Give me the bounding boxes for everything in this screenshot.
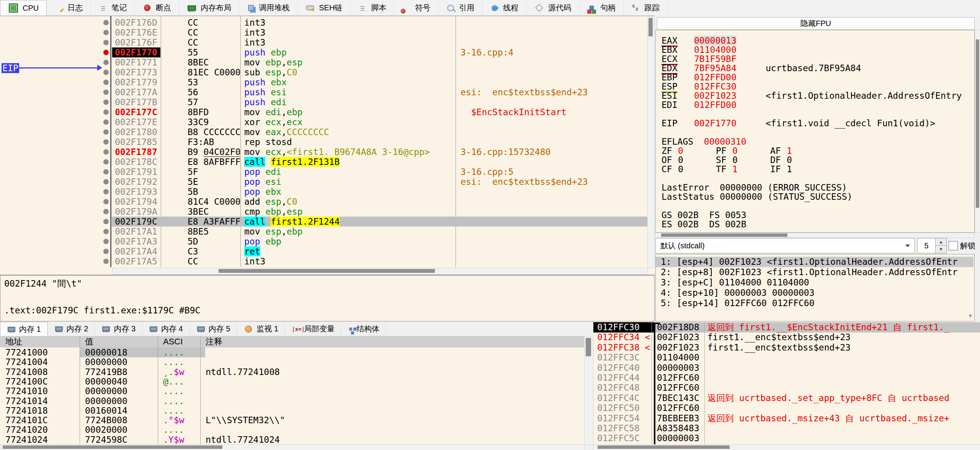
row-dot[interactable] xyxy=(103,90,109,95)
row-dot[interactable] xyxy=(103,80,109,85)
stack-arg-row[interactable]: 1: [esp+4] 002F1023 <first1.OptionalHead… xyxy=(656,257,973,267)
disasm-row[interactable]: 002F176ECCint3 xyxy=(0,28,655,38)
disasm-row[interactable]: 002F17A35Dpop ebp xyxy=(0,236,655,246)
disasm-row[interactable]: 002F178CE8 8AFBFFFFcall first1.2F131B xyxy=(0,157,655,167)
disasm-row[interactable]: 002F179CE8 A3FAFFFFcall first1.2F1244 xyxy=(0,217,655,227)
flag-value[interactable]: 1 xyxy=(787,164,825,174)
stack-arg-row[interactable]: 4: [esp+10] 00000003 00000003 xyxy=(656,288,973,298)
tab-内存-4[interactable]: 内存 4 xyxy=(142,322,190,336)
disasm-vscrollbar[interactable] xyxy=(647,16,655,268)
tab-局部变量[interactable]: 局部变量 xyxy=(285,322,341,336)
tab-内存布局[interactable]: 内存布局 xyxy=(179,0,239,16)
row-dot[interactable] xyxy=(103,119,109,125)
row-dot[interactable] xyxy=(103,209,109,214)
disasm-row[interactable]: 002F176FCCint3 xyxy=(0,38,655,47)
tab-脚本[interactable]: 脚本 xyxy=(350,0,394,16)
row-dot[interactable] xyxy=(103,149,109,155)
disasm-row[interactable]: 002F1780B8 CCCCCCCCmov eax,CCCCCCCC xyxy=(0,127,655,137)
dump-row[interactable]: 7724100000000018.... xyxy=(0,347,584,357)
dump-vscrollbar-thumb[interactable] xyxy=(586,338,591,356)
row-dot[interactable] xyxy=(103,219,109,224)
tab-跟踪[interactable]: 跟踪 xyxy=(624,0,668,16)
tab-内存-3[interactable]: 内存 3 xyxy=(95,322,142,336)
register-value[interactable]: 7BF95A84 xyxy=(694,63,766,73)
disassembly-view[interactable]: 002F176DCCint3002F176ECCint3002F176FCCin… xyxy=(0,16,655,275)
row-dot[interactable] xyxy=(103,259,109,264)
row-dot[interactable] xyxy=(103,199,109,204)
disasm-row[interactable]: 002F177953push ebx xyxy=(0,77,655,87)
row-dot[interactable] xyxy=(103,109,109,115)
flag-value[interactable]: 0 xyxy=(678,155,716,165)
flag-value[interactable]: 1 xyxy=(732,164,770,174)
disasm-row[interactable]: 002F17915Fpop edi3-16.cpp:5 xyxy=(0,167,655,177)
register-value[interactable]: 00000013 xyxy=(694,36,766,46)
flag-value[interactable]: 1 xyxy=(787,146,825,156)
row-dot[interactable] xyxy=(103,159,109,165)
register-value[interactable]: 012FFD00 xyxy=(694,72,766,82)
stack-arg-row[interactable]: 5: [esp+14] 012FFC60 012FFC60 xyxy=(656,298,973,308)
row-dot[interactable] xyxy=(103,99,109,105)
row-dot[interactable] xyxy=(103,169,109,174)
dump-hscrollbar[interactable] xyxy=(0,444,585,450)
disasm-row[interactable]: 002F17A5CCint3 xyxy=(0,256,655,266)
register-value[interactable]: 012FFC30 xyxy=(694,82,766,91)
disasm-row[interactable]: 002F1785F3:ABrep stosd xyxy=(0,137,655,147)
register-value[interactable]: 002F1770 xyxy=(694,118,766,128)
disasm-row[interactable]: 002F179A3BECcmp ebp,esp xyxy=(0,207,655,217)
disasm-row[interactable]: 002F177A56push esiesi:__enc$textbss$end+… xyxy=(0,87,655,97)
tab-符号[interactable]: 符号 xyxy=(394,0,438,16)
hide-fpu-button[interactable]: 隐藏FPU xyxy=(657,17,975,30)
dump-row[interactable]: 7724101400000000.... xyxy=(0,396,584,406)
tab-断点[interactable]: 断点 xyxy=(135,0,179,16)
dump-row[interactable]: 7724101000000000.... xyxy=(0,386,584,396)
disasm-row[interactable]: 002F177055push ebp3-16.cpp:4 xyxy=(0,47,655,57)
dump-row[interactable]: 7724100400000000.... xyxy=(0,357,584,367)
register-value[interactable]: 01104000 xyxy=(694,45,766,55)
row-dot[interactable] xyxy=(103,129,109,135)
flag-value[interactable]: 0 xyxy=(678,146,716,156)
registers-hscrollbar-thumb[interactable] xyxy=(661,233,787,237)
dump-row[interactable]: 772410247724598C.Y$wntdll.77241024 xyxy=(0,435,584,444)
row-dot[interactable] xyxy=(103,30,109,35)
disasm-row[interactable]: 002F176DCCint3 xyxy=(0,18,655,28)
dump-row[interactable]: 7724101C7724B008.°$wL"\\SYSTEM32\\" xyxy=(0,415,584,425)
tab-线程[interactable]: 线程 xyxy=(482,0,526,16)
dump-vscrollbar[interactable] xyxy=(584,336,593,445)
stack-hscrollbar[interactable] xyxy=(593,444,980,450)
tab-cpu[interactable]: CPU xyxy=(0,0,47,16)
row-dot[interactable] xyxy=(103,70,109,75)
disasm-row[interactable]: 002F17925Epop esiesi:__enc$textbss$end+2… xyxy=(0,177,655,187)
stack-arg-row[interactable]: 2: [esp+8] 002F1023 <first1.OptionalHead… xyxy=(656,267,973,277)
tab-seh链[interactable]: SEH链 xyxy=(297,0,350,16)
registers-vscrollbar[interactable] xyxy=(975,30,980,233)
flag-value[interactable]: 0 xyxy=(732,155,770,165)
memory-dump-table[interactable]: 7724100000000018....7724100400000000....… xyxy=(0,347,584,444)
flag-value[interactable]: 0 xyxy=(787,155,825,165)
row-dot[interactable] xyxy=(103,139,109,145)
arg-count-input[interactable]: 5 xyxy=(917,238,936,253)
tab-结构体[interactable]: 结构体 xyxy=(341,322,386,336)
row-dot[interactable] xyxy=(103,189,109,194)
disasm-hscrollbar[interactable] xyxy=(113,268,648,275)
row-dot[interactable] xyxy=(103,239,109,244)
tab-笔记[interactable]: 笔记 xyxy=(91,0,135,16)
register-value[interactable]: 002F1023 xyxy=(694,91,766,101)
disasm-row[interactable]: 002F17A4C3ret xyxy=(0,246,655,256)
row-dot[interactable] xyxy=(103,60,109,65)
dump-row[interactable]: 7724101800160014.... xyxy=(0,406,584,416)
disasm-row[interactable]: 002F177B57push edi xyxy=(0,97,655,107)
eflags-value[interactable]: 00000310 xyxy=(693,137,746,147)
row-dot[interactable] xyxy=(103,179,109,184)
registers-hscrollbar[interactable] xyxy=(655,233,975,238)
register-value[interactable]: 012FFD00 xyxy=(694,100,766,110)
tab-监视-1[interactable]: 监视 1 xyxy=(237,322,285,336)
tab-调用堆栈[interactable]: 调用堆栈 xyxy=(239,0,297,16)
arg-count-down-button[interactable]: ▼ xyxy=(935,245,947,253)
dump-row[interactable]: 77241008772419B8¸.$wntdll.77241008 xyxy=(0,367,584,377)
row-dot[interactable] xyxy=(103,229,109,234)
row-dot[interactable] xyxy=(103,249,109,254)
disasm-row[interactable]: 002F177C8BFDmov edi,ebp__$EncStackInitSt… xyxy=(0,107,655,117)
tab-引用[interactable]: 引用 xyxy=(438,0,482,16)
registers-vscrollbar-thumb[interactable] xyxy=(976,39,979,208)
register-value[interactable]: 7B1F59BF xyxy=(694,54,766,64)
